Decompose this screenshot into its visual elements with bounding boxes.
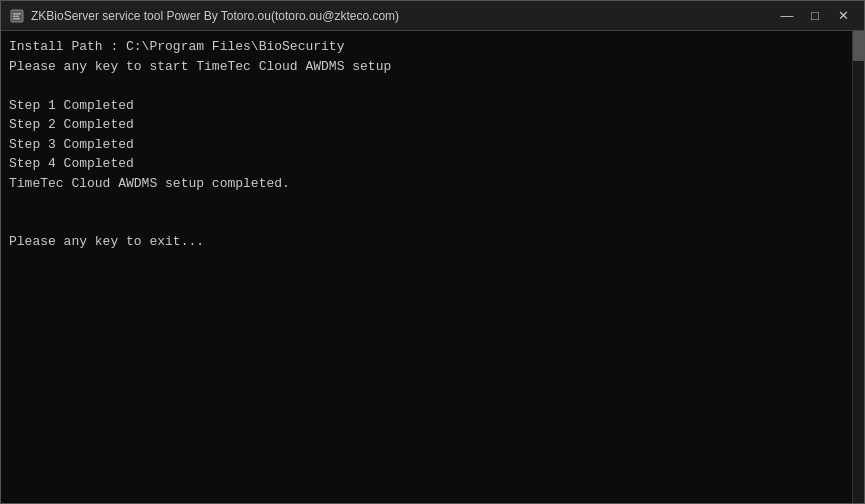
svg-rect-3 xyxy=(13,18,20,20)
svg-rect-1 xyxy=(13,13,21,15)
console-output: Install Path : C:\Program Files\BioSecur… xyxy=(1,31,864,503)
console-line xyxy=(9,213,856,233)
console-line: TimeTec Cloud AWDMS setup completed. xyxy=(9,174,856,194)
console-line: Step 4 Completed xyxy=(9,154,856,174)
console-line: Step 2 Completed xyxy=(9,115,856,135)
console-line: Install Path : C:\Program Files\BioSecur… xyxy=(9,37,856,57)
scrollbar[interactable] xyxy=(852,31,864,503)
console-line: Please any key to exit... xyxy=(9,232,856,252)
console-line: Step 3 Completed xyxy=(9,135,856,155)
console-lines: Install Path : C:\Program Files\BioSecur… xyxy=(9,37,856,252)
close-button[interactable]: ✕ xyxy=(830,6,856,26)
svg-rect-2 xyxy=(13,15,19,17)
scrollbar-thumb[interactable] xyxy=(853,31,864,61)
title-bar: ZKBioServer service tool Power By Totoro… xyxy=(1,1,864,31)
title-bar-left: ZKBioServer service tool Power By Totoro… xyxy=(9,8,399,24)
console-line: Step 1 Completed xyxy=(9,96,856,116)
console-line xyxy=(9,76,856,96)
minimize-button[interactable]: — xyxy=(774,6,800,26)
window-title: ZKBioServer service tool Power By Totoro… xyxy=(31,9,399,23)
app-icon xyxy=(9,8,25,24)
application-window: ZKBioServer service tool Power By Totoro… xyxy=(0,0,865,504)
console-line: Please any key to start TimeTec Cloud AW… xyxy=(9,57,856,77)
window-controls: — □ ✕ xyxy=(774,6,856,26)
maximize-button[interactable]: □ xyxy=(802,6,828,26)
console-line xyxy=(9,193,856,213)
